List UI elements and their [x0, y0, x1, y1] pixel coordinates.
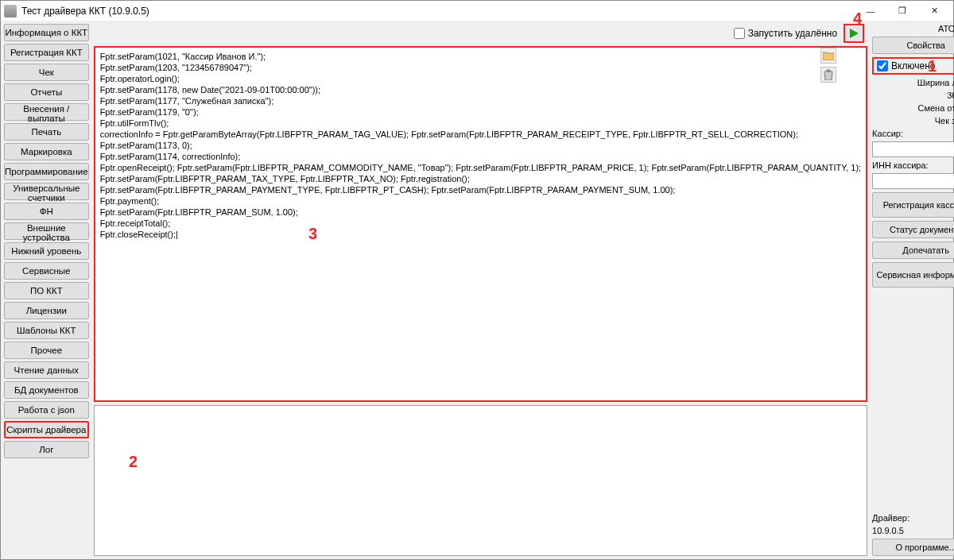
run-remote-label: Запустить удалённо — [748, 28, 837, 39]
enabled-label: Включено — [891, 60, 935, 71]
sidebar-button-17[interactable]: Чтение данных — [4, 361, 89, 379]
sidebar-button-7[interactable]: Программирование — [4, 163, 89, 180]
properties-button[interactable]: Свойства — [872, 37, 954, 54]
shift-status: Смена открыта — [872, 103, 954, 113]
reprint-button[interactable]: Допечатать — [872, 241, 954, 259]
sidebar-button-15[interactable]: Шаблоны ККТ — [4, 322, 89, 339]
sidebar-button-2[interactable]: Чек — [4, 64, 89, 81]
titlebar: Тест драйвера ККТ (10.9.0.5) — ❐ ✕ — [1, 1, 953, 21]
cashier-input[interactable] — [872, 141, 954, 157]
sidebar: Информация о ККТРегистрация ККТЧекОтчеты… — [4, 24, 89, 556]
main-column: Запустить удалённо Fptr.setParam(1021, "… — [94, 24, 867, 556]
sidebar-button-19[interactable]: Работа с json — [4, 401, 89, 419]
sidebar-button-10[interactable]: Внешние устройства — [4, 222, 89, 240]
sidebar-button-18[interactable]: БД документов — [4, 381, 89, 399]
receipt-status: Чек закрыт — [872, 116, 954, 126]
sidebar-button-5[interactable]: Печать — [4, 123, 89, 141]
svg-marker-0 — [850, 29, 859, 38]
enabled-input[interactable] — [877, 60, 888, 71]
sidebar-button-8[interactable]: Универсальные счетчики — [4, 183, 89, 200]
sidebar-button-11[interactable]: Нижний уровень — [4, 242, 89, 260]
sidebar-button-6[interactable]: Маркировка — [4, 143, 89, 160]
enabled-checkbox[interactable]: Включено — [872, 57, 954, 75]
tape-width-label: Ширина ленты: — [872, 78, 954, 87]
sidebar-button-21[interactable]: Лог — [4, 441, 89, 458]
close-button[interactable]: ✕ — [918, 2, 950, 20]
sidebar-button-0[interactable]: Информация о ККТ — [4, 24, 89, 41]
sidebar-button-20[interactable]: Скрипты драйвера — [4, 421, 89, 438]
top-toolbar: Запустить удалённо — [94, 24, 867, 43]
cashier-label: Кассир: — [872, 129, 954, 138]
inn-cashier-label: ИНН кассира: — [872, 160, 954, 170]
maximize-button[interactable]: ❐ — [886, 2, 918, 20]
sidebar-button-1[interactable]: Регистрация ККТ — [4, 44, 89, 61]
sidebar-button-9[interactable]: ФН — [4, 203, 89, 220]
document-status-button[interactable]: Статус документа — [872, 221, 954, 238]
folder-icon — [823, 51, 834, 60]
run-button[interactable] — [843, 24, 864, 43]
driver-label: Драйвер: — [872, 513, 954, 523]
delete-button[interactable] — [820, 67, 836, 83]
run-remote-input[interactable] — [734, 28, 745, 39]
right-panel: АТОЛ 55Ф Свойства Включено Ширина ленты:… — [872, 24, 954, 556]
sidebar-button-4[interactable]: Внесения / выплаты — [4, 103, 89, 121]
sidebar-button-12[interactable]: Сервисные — [4, 262, 89, 280]
minimize-button[interactable]: — — [855, 2, 886, 20]
trash-icon — [824, 69, 833, 80]
app-icon — [4, 5, 17, 17]
open-folder-button[interactable] — [820, 48, 836, 64]
driver-version: 10.9.0.5 — [872, 526, 954, 535]
register-cashier-button[interactable]: Регистрация кассира — [872, 192, 954, 218]
sidebar-button-16[interactable]: Прочее — [4, 342, 89, 359]
about-button[interactable]: О программе... — [872, 539, 954, 556]
sidebar-button-14[interactable]: Лицензии — [4, 302, 89, 319]
output-area[interactable] — [94, 405, 867, 556]
play-icon — [848, 28, 859, 39]
service-info-button[interactable]: Сервисная информация — [872, 262, 954, 288]
tape-width-value: 36 (432) — [872, 91, 954, 100]
device-name: АТОЛ 55Ф — [872, 24, 954, 33]
sidebar-button-13[interactable]: ПО ККТ — [4, 282, 89, 299]
window-title: Тест драйвера ККТ (10.9.0.5) — [21, 6, 855, 17]
script-editor[interactable]: Fptr.setParam(1021, "Кассир Иванов И.");… — [94, 46, 867, 402]
run-remote-checkbox[interactable]: Запустить удалённо — [734, 28, 837, 39]
sidebar-button-3[interactable]: Отчеты — [4, 83, 89, 101]
inn-cashier-input[interactable] — [872, 173, 954, 189]
